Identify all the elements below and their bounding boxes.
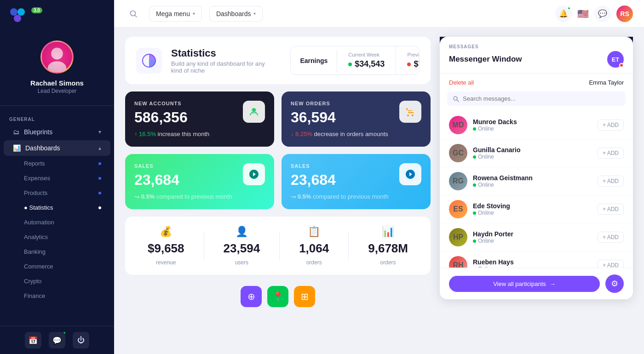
contact-avatar-gunilla: GC [449,144,467,162]
page-content: Statistics Build any kind of dashboard f… [114,28,644,354]
app-logo-icon [9,7,26,24]
view-all-participants-button[interactable]: View all participants → [449,276,600,292]
sidebar-item-label-crypto: Crypto [24,278,41,285]
location-action-button[interactable]: 📍 [267,286,288,307]
calendar-icon-btn[interactable]: 📅 [25,332,41,348]
sidebar-item-analytics[interactable]: Analytics [4,230,110,244]
pie-icon [142,53,156,68]
dashboards-icon: 📊 [13,144,21,152]
search-messages-input[interactable] [463,95,620,102]
power-icon-btn[interactable]: ⏻ [73,332,89,348]
sidebar-bottom-bar: 📅 💬 ⏻ [0,326,114,354]
svg-point-7 [131,11,136,16]
sidebar-item-crypto[interactable]: Crypto [4,274,110,288]
contact-info-rueben: Rueben Hays Online [473,258,592,268]
sidebar-item-label-reports: Reports [24,160,45,167]
metric-value-sales-g: 23,684 [134,171,179,188]
chat-button[interactable]: 💬 [594,6,611,22]
sidebar-item-label-dashboards: Dashboards [25,144,60,152]
metric-footer-accounts: ↑ 16.5% increase this month [134,131,265,137]
contact-name-haydn: Haydn Porter [473,230,592,238]
add-contact-rowena-button[interactable]: + ADD [598,176,624,187]
sidebar-item-label-blueprints: Blueprints [24,128,52,136]
svg-line-13 [457,100,459,102]
add-contact-munroe-button[interactable]: + ADD [598,120,624,131]
language-flag[interactable]: 🇺🇸 [577,8,589,19]
messenger-search-bar[interactable] [447,91,626,106]
user-online-dot [619,63,624,68]
notifications-button[interactable]: 🔔 [555,6,572,22]
message-icon-btn[interactable]: 💬 [49,332,65,348]
search-messages-icon [453,96,459,102]
contact-ede[interactable]: ES Ede Stoving Online + ADD [440,195,633,223]
sidebar-item-statistics[interactable]: ● Statistics [4,200,110,215]
orders2-icon: 📊 [382,226,394,238]
delete-all-button[interactable]: Delete all [449,79,474,86]
user-avatar-topbar[interactable]: RS [616,6,633,22]
summary-orders2: 📊 9,678M orders [368,226,408,266]
stats-header-text: Statistics Build any kind of dashboard f… [171,47,272,74]
search-button[interactable] [125,6,142,22]
add-contact-ede-button[interactable]: + ADD [598,204,624,215]
metric-footer-sales-b: ↝ 0.5% compared to previous month [291,193,421,200]
contact-rowena[interactable]: RG Rowena Geistmann Online + ADD [440,167,633,195]
revenue-label: revenue [156,259,176,266]
messenger-settings-button[interactable]: ⚙ [605,274,624,293]
sidebar: 3.0 Rachael Simons Lead Developer GENERA… [0,0,114,354]
table-action-button[interactable]: ⊞ [294,286,315,307]
contact-haydn[interactable]: HP Haydn Porter Online + ADD [440,223,633,251]
messenger-actions: Delete all Emma Taylor [440,74,633,91]
messenger-header: MESSAGES Messenger Window ET [440,37,633,74]
sidebar-item-banking[interactable]: Banking [4,245,110,259]
users-label: users [235,259,248,266]
messenger-panel: MESSAGES Messenger Window ET Delete all … [440,37,633,299]
products-dot [98,192,101,194]
online-dot-munroe [473,127,476,131]
sidebar-item-dashboards[interactable]: 📊 Dashboards ▴ [4,140,110,156]
contact-gunilla[interactable]: GC Gunilla Canario Online + ADD [440,139,633,167]
chevron-up-icon: ▴ [98,145,101,151]
dashboards-button[interactable]: Dashboards ▾ [209,6,263,22]
add-action-button[interactable]: ⊕ [241,286,262,307]
sidebar-item-blueprints[interactable]: 🗂 Blueprints ▾ [4,124,110,140]
contact-list: MD Munroe Dacks Online + ADD GC [440,111,633,268]
orders-summary-value: 1,064 [299,241,329,256]
sidebar-item-reports[interactable]: Reports [4,156,110,171]
messenger-user-avatar[interactable]: ET [607,51,624,68]
svg-point-6 [42,42,72,72]
contact-avatar-ede: ES [449,200,467,218]
contact-name-rowena: Rowena Geistmann [473,174,592,182]
add-contact-rueben-button[interactable]: + ADD [598,260,624,268]
search-icon [129,10,138,18]
sidebar-item-products[interactable]: Products [4,186,110,200]
previous-week-label: Previous Week [407,52,420,57]
sidebar-item-label-products: Products [24,189,47,196]
add-contact-haydn-button[interactable]: + ADD [598,232,624,243]
sidebar-item-expenses[interactable]: Expenses [4,171,110,185]
summary-divider-3 [348,232,349,260]
stats-header-icon [136,48,162,74]
add-contact-gunilla-button[interactable]: + ADD [598,148,624,159]
contact-info-ede: Ede Stoving Online [473,202,592,216]
previous-week-dot [407,63,411,66]
sidebar-item-commerce[interactable]: Commerce [4,259,110,274]
svg-point-2 [14,15,21,22]
contact-rueben[interactable]: RH Rueben Hays Online + ADD [440,251,633,268]
sidebar-item-label-commerce: Commerce [24,263,53,270]
messenger-section-label: MESSAGES [449,44,624,49]
profile-name: Rachael Simons [30,79,84,87]
mega-menu-label: Mega menu [156,10,190,17]
topbar: Mega menu ▾ Dashboards ▾ 🔔 🇺🇸 💬 RS [114,0,644,28]
online-dot-rowena [473,183,476,187]
contact-munroe[interactable]: MD Munroe Dacks Online + ADD [440,111,633,139]
online-dot-rueben [473,268,476,268]
previous-week-stat: Previous Week $76,645 [396,46,420,74]
nav-section-label: GENERAL [0,113,114,124]
mega-menu-button[interactable]: Mega menu ▾ [149,6,202,22]
logo-area: 3.0 [0,0,114,31]
sidebar-item-automation[interactable]: Automation [4,215,110,229]
metric-label-accounts: NEW ACCOUNTS [134,101,188,106]
navigation: GENERAL 🗂 Blueprints ▾ 📊 Dashboards ▴ Re… [0,106,114,326]
sidebar-item-finance[interactable]: Finance [4,289,110,303]
sidebar-item-label-banking: Banking [24,248,46,255]
